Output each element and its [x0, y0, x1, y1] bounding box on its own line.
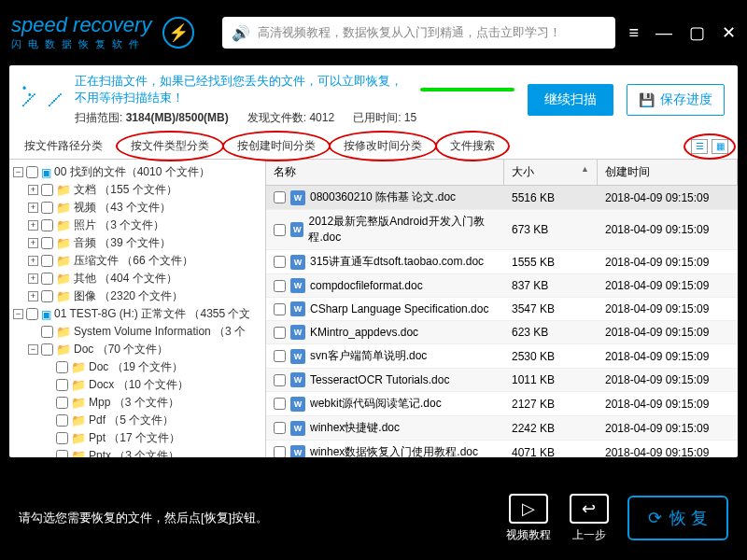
- collapse-icon[interactable]: −: [13, 167, 23, 177]
- tab-by-ctime[interactable]: 按创建时间分类: [232, 136, 321, 156]
- file-size: 1011 KB: [504, 370, 598, 390]
- file-checkbox[interactable]: [274, 303, 286, 315]
- category-tabs: 按文件路径分类 按文件类型分类 按创建时间分类 按修改时间分类 文件搜索 ☰ ▦: [9, 133, 738, 160]
- folder-icon: 📁: [71, 360, 86, 374]
- file-date: 2018-04-09 09:15:09: [598, 275, 738, 296]
- file-checkbox[interactable]: [274, 256, 286, 268]
- disk-icon: ▣: [41, 166, 51, 179]
- folder-icon: 📁: [71, 413, 86, 427]
- tab-by-mtime[interactable]: 按修改时间分类: [338, 136, 428, 156]
- file-name: svn客户端简单说明.doc: [310, 348, 427, 364]
- folder-icon: 📁: [56, 218, 71, 232]
- back-icon: ↩: [570, 494, 609, 524]
- file-name: CSharp Language Specification.doc: [310, 302, 488, 315]
- logo: speed recovery 闪 电 数 据 恢 复 软 件 ⚡: [11, 15, 194, 51]
- file-list-body[interactable]: W0800360210 陈伟基 论文.doc5516 KB2018-04-09 …: [266, 186, 738, 457]
- tree-item: 📁Mpp （3 个文件）: [11, 394, 263, 412]
- file-checkbox[interactable]: [274, 446, 286, 457]
- file-row[interactable]: Wcompdocfileformat.doc837 KB2018-04-09 0…: [266, 274, 738, 298]
- tab-search[interactable]: 文件搜索: [444, 136, 500, 156]
- tree-root-found: −▣00 找到的文件（4010 个文件）: [11, 163, 263, 181]
- file-date: 2018-04-09 09:15:09: [598, 370, 738, 390]
- column-size[interactable]: 大小▲: [504, 160, 598, 185]
- file-row[interactable]: W0800360210 陈伟基 论文.doc5516 KB2018-04-09 …: [266, 186, 738, 210]
- window-controls: ≡ — ▢ ✕: [628, 24, 736, 41]
- file-checkbox[interactable]: [274, 327, 286, 339]
- close-icon[interactable]: ✕: [722, 24, 736, 41]
- folder-icon: 📁: [56, 325, 71, 339]
- doc-icon: W: [290, 372, 305, 387]
- doc-icon: W: [290, 325, 305, 340]
- tab-by-path[interactable]: 按文件路径分类: [19, 136, 108, 156]
- tree-item: +📁文档 （155 个文件）: [11, 181, 263, 199]
- scan-status: ⟋⟋ 正在扫描文件，如果已经找到您丢失的文件，可以立即恢复，不用等待扫描结束！ …: [9, 65, 738, 133]
- folder-icon: 📁: [71, 449, 86, 457]
- file-name: TesseractOCR Tutorials.doc: [310, 373, 449, 386]
- doc-icon: W: [290, 278, 305, 293]
- file-date: 2018-04-09 09:15:09: [598, 252, 738, 273]
- file-row[interactable]: Wsvn客户端简单说明.doc2530 KB2018-04-09 09:15:0…: [266, 344, 738, 369]
- scan-icon: ⟋⟋: [22, 80, 62, 119]
- recover-button[interactable]: ⟳ 恢 复: [627, 496, 728, 540]
- titlebar: speed recovery 闪 电 数 据 恢 复 软 件 ⚡ 🔊 高清视频教…: [0, 0, 747, 65]
- folder-icon: 📁: [56, 289, 71, 303]
- file-row[interactable]: WTesseractOCR Tutorials.doc1011 KB2018-0…: [266, 369, 738, 392]
- file-row[interactable]: WCSharp Language Specification.doc3547 K…: [266, 298, 738, 321]
- folder-icon: 📁: [71, 378, 86, 392]
- file-list: 名称 大小▲ 创建时间 W0800360210 陈伟基 论文.doc5516 K…: [266, 160, 738, 457]
- folder-tree[interactable]: −▣00 找到的文件（4010 个文件） +📁文档 （155 个文件） +📁视频…: [9, 160, 266, 457]
- file-date: 2018-04-09 09:15:09: [598, 219, 738, 240]
- tree-item: 📁Pptx （3 个文件）: [11, 447, 263, 457]
- file-checkbox[interactable]: [274, 280, 286, 292]
- doc-icon: W: [290, 301, 305, 316]
- file-checkbox[interactable]: [274, 224, 286, 236]
- folder-icon: 📁: [56, 272, 71, 286]
- file-date: 2018-04-09 09:15:09: [598, 322, 738, 343]
- file-checkbox[interactable]: [274, 422, 286, 434]
- doc-icon: W: [290, 445, 305, 458]
- file-row[interactable]: Wwebkit源代码阅读笔记.doc2127 KB2018-04-09 09:1…: [266, 392, 738, 416]
- sort-icon: ▲: [581, 164, 589, 174]
- tree-item: 📁Docx （10 个文件）: [11, 376, 263, 394]
- file-name: winhex快捷键.doc: [310, 420, 400, 436]
- folder-icon: 📁: [56, 343, 71, 357]
- folder-icon: 📁: [56, 201, 71, 215]
- tab-by-type[interactable]: 按文件类型分类: [125, 136, 215, 156]
- view-grid-icon[interactable]: ▦: [712, 139, 728, 154]
- file-size: 3547 KB: [504, 299, 598, 319]
- file-row[interactable]: Wwinhex快捷键.doc2242 KB2018-04-09 09:15:09: [266, 416, 738, 441]
- file-checkbox[interactable]: [274, 350, 286, 362]
- file-name: webkit源代码阅读笔记.doc: [310, 396, 442, 412]
- column-ctime[interactable]: 创建时间: [598, 160, 738, 185]
- tree-item: +📁其他 （404 个文件）: [11, 270, 263, 287]
- minimize-icon[interactable]: —: [655, 24, 672, 41]
- column-name[interactable]: 名称: [266, 160, 504, 185]
- menu-icon[interactable]: ≡: [628, 24, 639, 41]
- back-button[interactable]: ↩ 上一步: [570, 494, 609, 543]
- file-row[interactable]: Wwinhex数据恢复入门使用教程.doc4071 KB2018-04-09 0…: [266, 441, 738, 457]
- file-row[interactable]: W315讲直通车dtsoft.taobao.com.doc1555 KB2018…: [266, 250, 738, 274]
- doc-icon: W: [290, 255, 305, 270]
- doc-icon: W: [290, 397, 305, 412]
- file-checkbox[interactable]: [274, 374, 286, 386]
- save-progress-button[interactable]: 💾 保存进度: [627, 84, 725, 116]
- promo-banner[interactable]: 🔊 高清视频教程，数据恢复从入门到精通，点击立即学习！: [222, 17, 615, 49]
- tree-item: +📁照片 （3 个文件）: [11, 217, 263, 234]
- file-name: KMintro_appdevs.doc: [310, 326, 418, 339]
- video-tutorial-button[interactable]: ▷ 视频教程: [506, 494, 551, 543]
- speaker-icon: 🔊: [232, 24, 250, 42]
- file-row[interactable]: WKMintro_appdevs.doc623 KB2018-04-09 09:…: [266, 321, 738, 344]
- file-checkbox[interactable]: [274, 398, 286, 410]
- maximize-icon[interactable]: ▢: [689, 24, 705, 41]
- tree-item: 📁System Volume Information （3 个: [11, 323, 263, 341]
- file-name: winhex数据恢复入门使用教程.doc: [310, 444, 478, 457]
- tree-item: +📁音频 （39 个文件）: [11, 234, 263, 252]
- view-list-icon[interactable]: ☰: [691, 139, 708, 154]
- doc-icon: W: [290, 190, 305, 205]
- file-date: 2018-04-09 09:15:09: [598, 394, 738, 414]
- folder-icon: 📁: [56, 236, 71, 250]
- file-name: compdocfileformat.doc: [310, 279, 423, 292]
- file-checkbox[interactable]: [274, 191, 286, 203]
- continue-scan-button[interactable]: 继续扫描: [528, 84, 613, 116]
- file-row[interactable]: W2012最新完整版Android开发入门教程.doc673 KB2018-04…: [266, 210, 738, 250]
